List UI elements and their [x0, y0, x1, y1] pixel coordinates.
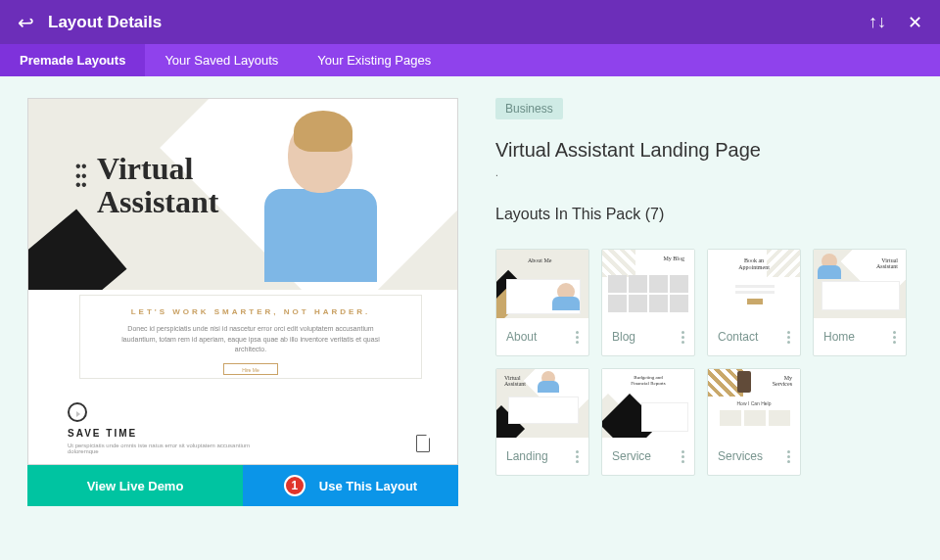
kebab-icon[interactable] — [576, 450, 579, 463]
avatar-head — [288, 117, 352, 193]
clock-icon — [68, 402, 87, 422]
pack-cards: About Me About My Blog Blog — [495, 249, 913, 476]
separator-dot: . — [495, 167, 913, 178]
hero-person — [261, 117, 379, 290]
card-footer: Service — [602, 438, 694, 475]
thumb-contact: Book anAppointment — [708, 250, 800, 318]
tab-premade-layouts[interactable]: Premade Layouts — [0, 44, 145, 76]
thumb-service: Budgeting andFinancial Reports — [602, 369, 694, 438]
card-about[interactable]: About Me About — [495, 249, 589, 356]
modal-header: ↩ Layout Details ↑↓ ✕ — [0, 0, 940, 44]
card-label: Landing — [506, 449, 548, 463]
thumb-home: VirtualAssistant — [814, 250, 906, 318]
page-icon — [416, 435, 430, 452]
kebab-icon[interactable] — [576, 331, 579, 344]
avatar-hair — [294, 111, 352, 152]
kebab-icon[interactable] — [893, 331, 896, 344]
details-column: Business Virtual Assistant Landing Page … — [495, 98, 913, 542]
card-home[interactable]: VirtualAssistant Home — [813, 249, 907, 356]
preview-description: Donec id perspiciatis unde nisi id nasce… — [80, 324, 421, 355]
thumb-landing: VirtualAssistant — [496, 369, 588, 438]
thumb-blog: My Blog — [602, 250, 694, 318]
card-footer: Contact — [708, 318, 800, 355]
use-this-layout-button[interactable]: 1 Use This Layout — [243, 465, 458, 506]
feature-title: SAVE TIME — [68, 428, 263, 439]
card-service[interactable]: Budgeting andFinancial Reports Service — [601, 368, 695, 476]
hero-dots: • •• •• • — [75, 162, 85, 190]
kebab-icon[interactable] — [787, 450, 790, 463]
header-actions: ↑↓ ✕ — [869, 12, 922, 33]
preview-hero: • •• •• • VirtualAssistant — [28, 99, 457, 290]
thumb-services: MyServices How I Can Help — [708, 369, 800, 438]
avatar-body — [264, 189, 377, 282]
card-label: Services — [718, 449, 763, 463]
hero-shape-dark — [28, 210, 127, 290]
tab-existing-pages[interactable]: Your Existing Pages — [298, 44, 450, 76]
kebab-icon[interactable] — [787, 331, 790, 344]
card-landing[interactable]: VirtualAssistant Landing — [495, 368, 589, 476]
step-badge: 1 — [284, 475, 306, 496]
thumb-about: About Me — [496, 250, 588, 318]
card-footer: Services — [708, 438, 800, 475]
card-blog[interactable]: My Blog Blog — [601, 249, 695, 356]
card-footer: About — [496, 318, 588, 355]
preview-card: LET'S WORK SMARTER, NOT HARDER. Donec id… — [79, 295, 422, 379]
kebab-icon[interactable] — [682, 331, 684, 344]
preview-actions: View Live Demo 1 Use This Layout — [27, 465, 458, 506]
card-contact[interactable]: Book anAppointment Contact — [707, 249, 801, 356]
category-chip[interactable]: Business — [495, 98, 563, 119]
preview-hire-button: Hire Me — [223, 363, 278, 375]
card-label: Service — [612, 449, 651, 463]
card-services[interactable]: MyServices How I Can Help Services — [707, 368, 801, 476]
layout-title: Virtual Assistant Landing Page — [495, 139, 913, 162]
preview-column: • •• •• • VirtualAssistant LET'S WORK SM… — [27, 98, 458, 542]
modal-title: Layout Details — [48, 13, 869, 32]
card-footer: Home — [814, 318, 906, 355]
hero-heading: VirtualAssistant — [97, 153, 218, 218]
preview-feature: SAVE TIME Ut perspiciatis unde omnis ist… — [68, 402, 263, 454]
preview-tagline: LET'S WORK SMARTER, NOT HARDER. — [80, 307, 421, 316]
card-label: Blog — [612, 330, 635, 344]
pack-heading: Layouts In This Pack (7) — [495, 206, 913, 223]
use-layout-label: Use This Layout — [319, 479, 417, 493]
back-icon[interactable]: ↩ — [18, 11, 34, 34]
layout-preview: • •• •• • VirtualAssistant LET'S WORK SM… — [27, 98, 458, 465]
card-footer: Landing — [496, 438, 588, 475]
view-live-demo-button[interactable]: View Live Demo — [27, 465, 243, 506]
card-label: Contact — [718, 330, 758, 344]
feature-desc: Ut perspiciatis unde omnis iste natus er… — [68, 443, 263, 454]
card-label: About — [506, 330, 537, 344]
card-label: Home — [823, 330, 855, 344]
close-icon[interactable]: ✕ — [908, 12, 922, 33]
tab-saved-layouts[interactable]: Your Saved Layouts — [145, 44, 298, 76]
card-footer: Blog — [602, 318, 694, 355]
tabs-bar: Premade Layouts Your Saved Layouts Your … — [0, 44, 940, 76]
kebab-icon[interactable] — [682, 450, 684, 463]
sort-icon[interactable]: ↑↓ — [869, 12, 886, 32]
content-area: • •• •• • VirtualAssistant LET'S WORK SM… — [0, 76, 940, 560]
